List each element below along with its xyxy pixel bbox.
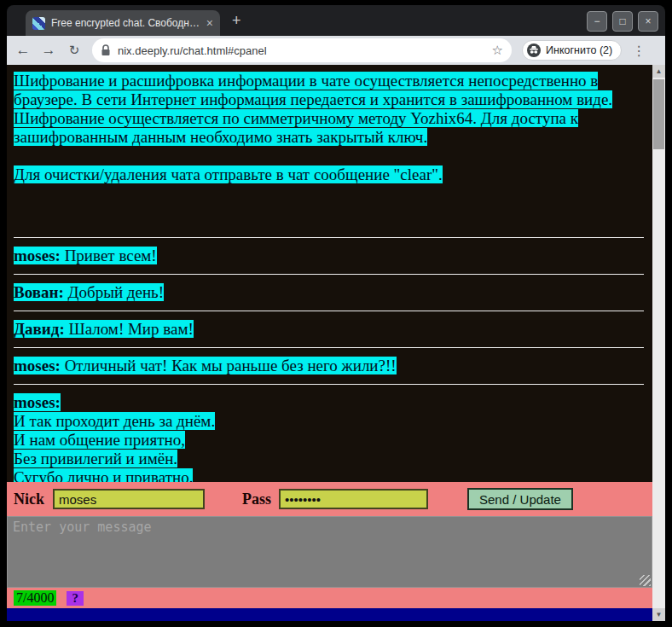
chat-message: moses: Привет всем! bbox=[14, 247, 644, 265]
message-separator bbox=[14, 347, 644, 348]
incognito-label: Инкогнито (2) bbox=[546, 44, 612, 56]
footer-strip bbox=[7, 608, 652, 621]
incognito-icon bbox=[527, 44, 541, 57]
message-nick: moses: bbox=[14, 393, 61, 411]
browser-window: Free encrypted chat. Свободны... × + − □… bbox=[7, 5, 665, 621]
message-nick: moses: bbox=[14, 357, 61, 374]
tab-bar: Free encrypted chat. Свободны... × + − □… bbox=[7, 5, 665, 36]
message-separator bbox=[14, 311, 644, 311]
chat-message: moses: И так проходит день за днём. И на… bbox=[14, 393, 644, 482]
chat-message: Вован: Добрый день! bbox=[14, 283, 644, 302]
scroll-down-icon[interactable]: ▼ bbox=[652, 608, 665, 621]
poem-line: Сугубо лично и приватно. bbox=[14, 468, 193, 482]
message-separator bbox=[14, 384, 644, 385]
chat-log: Шифрование и расшифровка информации в ча… bbox=[7, 65, 652, 482]
scroll-up-icon[interactable]: ▲ bbox=[652, 65, 665, 78]
message-separator bbox=[14, 274, 644, 275]
tab-close-icon[interactable]: × bbox=[206, 16, 213, 30]
tab-title: Free encrypted chat. Свободны... bbox=[51, 17, 200, 29]
lock-icon bbox=[101, 44, 111, 56]
message-text: Привет всем! bbox=[65, 247, 157, 264]
chat-intro: Шифрование и расшифровка информации в ча… bbox=[14, 72, 612, 146]
help-link[interactable]: ? bbox=[67, 591, 84, 606]
address-bar[interactable]: nix.deeply.ru/chat.html#cpanel ☆ bbox=[92, 38, 512, 62]
pass-label: Pass bbox=[242, 491, 271, 508]
new-tab-button[interactable]: + bbox=[232, 12, 241, 29]
message-nick: Вован: bbox=[14, 283, 64, 301]
incognito-badge: Инкогнито (2) bbox=[522, 40, 622, 61]
control-panel: Nick Pass Send / Update bbox=[7, 482, 652, 516]
message-nick: moses: bbox=[14, 247, 61, 264]
poem-line: Без привилегий и имён. bbox=[14, 450, 177, 467]
chat-clear-hint: Для очистки/удаления чата отправьте в ча… bbox=[14, 165, 443, 183]
forward-icon[interactable]: → bbox=[38, 42, 60, 59]
window-controls: − □ × bbox=[587, 11, 658, 32]
back-icon[interactable]: ← bbox=[12, 42, 34, 59]
chat-spacer bbox=[14, 184, 644, 229]
close-button[interactable]: × bbox=[638, 11, 658, 32]
poem-line: И нам общение приятно, bbox=[14, 431, 185, 449]
menu-icon[interactable]: ⋮ bbox=[632, 43, 646, 59]
message-text: Шалом! Мир вам! bbox=[68, 320, 193, 338]
resize-grip-icon[interactable] bbox=[640, 575, 651, 586]
tab[interactable]: Free encrypted chat. Свободны... × bbox=[26, 10, 220, 36]
scrollbar[interactable]: ▲ ▼ bbox=[652, 65, 665, 621]
char-counter: 7/4000 bbox=[14, 590, 56, 606]
message-separator bbox=[14, 237, 644, 238]
status-row: 7/4000 ? bbox=[7, 588, 652, 608]
nick-label: Nick bbox=[14, 491, 44, 508]
tab-favicon bbox=[32, 17, 45, 30]
message-text: Добрый день! bbox=[68, 283, 165, 301]
message-textarea[interactable] bbox=[7, 516, 652, 588]
chat-message: Давид: Шалом! Мир вам! bbox=[14, 320, 644, 339]
page-content: Шифрование и расшифровка информации в ча… bbox=[7, 65, 665, 621]
message-nick: Давид: bbox=[14, 320, 65, 338]
scroll-thumb[interactable] bbox=[653, 79, 664, 149]
send-update-button[interactable]: Send / Update bbox=[467, 488, 573, 510]
poem-line: И так проходит день за днём. bbox=[14, 412, 215, 430]
bookmark-star-icon[interactable]: ☆ bbox=[492, 43, 503, 58]
message-text: Отличный чат! Как мы раньше без него жил… bbox=[65, 357, 397, 374]
maximize-button[interactable]: □ bbox=[612, 11, 633, 32]
chat-message: moses: Отличный чат! Как мы раньше без н… bbox=[14, 357, 644, 375]
minimize-button[interactable]: − bbox=[587, 11, 607, 32]
reload-icon[interactable]: ↻ bbox=[63, 43, 85, 58]
nick-input[interactable] bbox=[53, 489, 205, 509]
nav-bar: ← → ↻ nix.deeply.ru/chat.html#cpanel ☆ И… bbox=[7, 36, 665, 65]
message-box bbox=[7, 516, 652, 588]
url-text: nix.deeply.ru/chat.html#cpanel bbox=[118, 44, 485, 57]
pass-input[interactable] bbox=[279, 489, 428, 509]
